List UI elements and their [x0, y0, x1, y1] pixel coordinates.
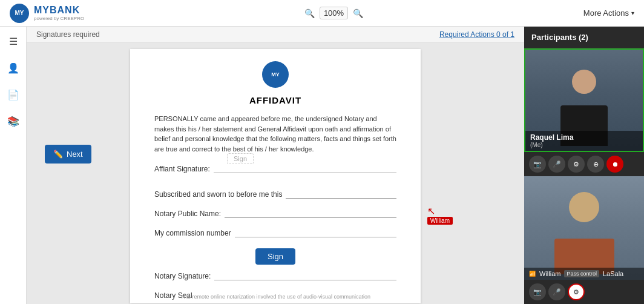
chevron-down-icon: ▾	[631, 10, 634, 16]
document-area: Signatures required Required Actions 0 o…	[27, 27, 524, 304]
logo-text-group: MYBANK powered by CREEPRO	[34, 5, 84, 21]
william-last: LaSala	[603, 270, 623, 277]
doc-toolbar: Signatures required Required Actions 0 o…	[27, 27, 524, 43]
participant-video-william: 📶 William Pass control LaSala	[524, 176, 644, 280]
pass-control-badge: Pass control	[564, 270, 599, 277]
participant-video-raquel: Raquel Lima (Me)	[524, 48, 644, 152]
document-body-text: PERSONALLY came and appeared before me, …	[154, 114, 396, 154]
william-settings-btn[interactable]: ⚙	[568, 283, 585, 300]
logo-abbr: MY	[15, 10, 24, 16]
header: MY MYBANK powered by CREEPRO 🔍 100% 🔍 Mo…	[0, 0, 644, 27]
required-actions-link[interactable]: Required Actions 0 of 1	[439, 30, 514, 39]
raquel-share-btn[interactable]: ⊕	[587, 156, 604, 173]
raquel-record-btn[interactable]: ⏺	[606, 156, 623, 173]
affiant-signature-label: Affiant Signature:	[154, 165, 210, 173]
notary-signature-row: Notary Signature:	[154, 272, 396, 280]
notary-name-label: Notary Public Name:	[154, 210, 221, 218]
sidebar-icon-user[interactable]: 👤	[5, 59, 22, 76]
commission-row: My commission number	[154, 229, 396, 237]
affiant-signature-line	[214, 165, 396, 173]
sidebar-icon-book[interactable]: 📚	[5, 113, 22, 130]
header-center: 🔍 100% 🔍	[304, 7, 363, 19]
zoom-level: 100%	[320, 7, 348, 19]
main-layout: ☰ 👤 📄 📚 Signatures required Required Act…	[0, 27, 644, 304]
sidebar-icon-document[interactable]: 📄	[5, 86, 22, 103]
zoom-in-button[interactable]: 🔍	[353, 8, 363, 18]
doc-header-logo: MY	[154, 61, 396, 88]
notary-sign-button[interactable]: Sign	[255, 248, 295, 265]
more-actions-menu[interactable]: More Actions ▾	[583, 8, 634, 18]
raquel-name: Raquel Lima	[530, 133, 638, 142]
notary-sign-area: Sign	[154, 248, 396, 265]
logo-circle: MY	[10, 4, 29, 23]
affiant-signature-area: Sign Affiant Signature:	[154, 165, 396, 173]
affiant-signature-row: Affiant Signature:	[154, 165, 396, 173]
signatures-required-label: Signatures required	[36, 30, 100, 39]
logo-area: MY MYBANK powered by CREEPRO	[10, 4, 84, 23]
raquel-settings-btn[interactable]: ⚙	[568, 156, 585, 173]
commission-line	[235, 229, 396, 237]
sign-placeholder-box: Sign	[227, 153, 254, 164]
document-page: MY AFFIDAVIT PERSONALLY came and appeare…	[130, 49, 421, 303]
notary-name-row: Notary Public Name:	[154, 210, 396, 218]
participants-header: Participants (2)	[524, 27, 644, 48]
doc-footer-text: This remote online notarization involved…	[130, 294, 421, 300]
william-video-feed	[524, 176, 644, 280]
subscribed-row: Subscribed and sworn to before me this	[154, 190, 396, 199]
next-button-label: Next	[67, 150, 83, 159]
subscribed-label: Subscribed and sworn to before me this	[154, 190, 282, 199]
william-mic-btn[interactable]: 🎤	[548, 283, 565, 300]
document-title: AFFIDAVIT	[154, 95, 396, 105]
william-first: William	[539, 270, 560, 277]
notary-signature-line	[214, 272, 396, 280]
doc-logo-circle: MY	[262, 61, 289, 88]
sidebar-icon-menu[interactable]: ☰	[5, 33, 22, 50]
cursor-arrow-icon: ↖	[427, 205, 435, 217]
raquel-controls: 📷 🎤 ⚙ ⊕ ⏺	[524, 152, 644, 176]
notary-name-line	[225, 210, 396, 218]
william-name-row: 📶 William Pass control LaSala	[529, 270, 639, 277]
subscribed-line	[286, 190, 396, 199]
notary-signature-label: Notary Signature:	[154, 272, 211, 280]
sign-placeholder-text: Sign	[227, 153, 254, 164]
next-button[interactable]: ✏️ Next	[45, 145, 91, 164]
sidebar: ☰ 👤 📄 📚	[0, 27, 27, 304]
logo-text: MYBANK	[34, 5, 80, 15]
participants-panel: Participants (2) Raquel Lima (Me) 📷 🎤 ⚙ …	[524, 27, 644, 304]
signal-icon: 📶	[529, 271, 536, 277]
raquel-me: (Me)	[530, 142, 638, 148]
more-actions-label: More Actions	[583, 8, 629, 18]
william-video-btn[interactable]: 📷	[529, 283, 546, 300]
logo-sub: powered by CREEPRO	[34, 16, 84, 21]
william-controls: 📷 🎤 ⚙	[524, 280, 644, 304]
zoom-out-button[interactable]: 🔍	[304, 8, 315, 18]
commission-label: My commission number	[154, 229, 231, 237]
raquel-video-btn[interactable]: 📷	[529, 156, 546, 173]
william-info: 📶 William Pass control LaSala	[524, 268, 644, 280]
william-cursor: ↖ William	[427, 205, 453, 225]
raquel-info: Raquel Lima (Me)	[525, 131, 643, 151]
cursor-label: William	[427, 217, 453, 225]
document-scroll[interactable]: ✏️ Next MY AFFIDAVIT PERSONALLY came and…	[27, 43, 524, 304]
edit-icon: ✏️	[53, 150, 63, 159]
raquel-mic-btn[interactable]: 🎤	[548, 156, 565, 173]
